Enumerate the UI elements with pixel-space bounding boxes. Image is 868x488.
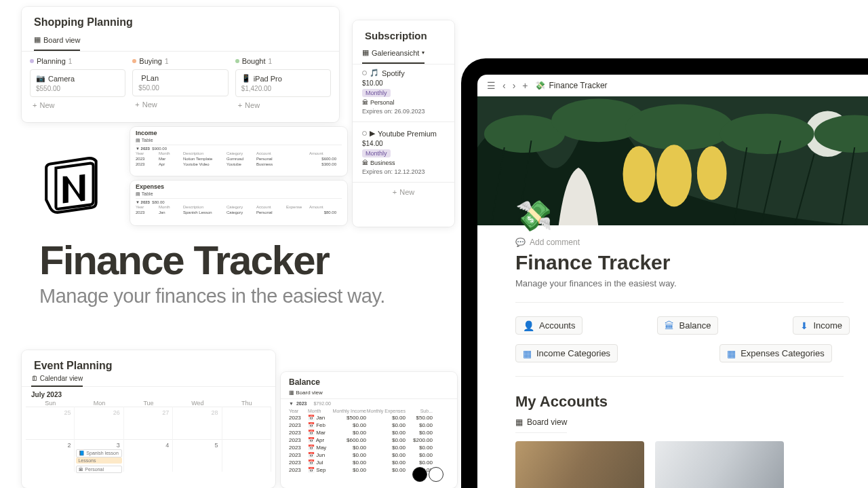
table-tab[interactable]: ▤	[136, 191, 142, 196]
tab-board-view[interactable]: ▦ Board view	[34, 33, 80, 51]
table-row[interactable]: 2023📅 Jul$0.00$0.00$0.00	[289, 459, 449, 466]
breadcrumb-text: Finance Tracker	[549, 81, 608, 90]
back-icon[interactable]: ‹	[502, 80, 506, 91]
card-icon: 📱	[241, 74, 251, 83]
table-tab[interactable]: ▤	[136, 138, 142, 143]
column-header[interactable]: Buying 1	[132, 57, 228, 65]
table-row[interactable]: 2023📅 Jan$500.00$0.00$50.00	[289, 414, 449, 421]
plus-icon: +	[33, 101, 37, 109]
tab-board-view[interactable]: ▦Board view	[515, 417, 567, 433]
page-subtitle: Manage your finances in the easiest way.	[515, 278, 844, 288]
calendar-cell[interactable]: 26	[75, 407, 123, 439]
table-row[interactable]: 2023📅 Feb$0.00$0.00$0.00	[289, 421, 449, 429]
status-dot	[235, 59, 239, 63]
forward-icon[interactable]: ›	[513, 80, 516, 91]
table-row[interactable]: 2023📅 May$0.00$0.00$0.00	[289, 444, 449, 451]
calendar-cell[interactable]: 4	[124, 439, 173, 472]
table-row[interactable]: 2023📅 Apr$600.00$0.00$200.00	[289, 436, 449, 444]
status-dot	[132, 59, 136, 63]
events-title: Event Planning	[22, 350, 275, 375]
column-count: 1	[269, 58, 273, 65]
subscription-item[interactable]: ▶Youtube Premium $14.00 Monthly 🏛Busines…	[353, 125, 454, 179]
expires-text: Expires on: 12.12.2023	[362, 168, 445, 175]
hero-title: Finance Tracker	[39, 240, 385, 281]
new-subscription-button[interactable]: +New	[353, 185, 454, 199]
bank-icon: 🏛	[362, 159, 368, 166]
income-button[interactable]: ⬇Income	[793, 316, 850, 335]
swatch-white[interactable]	[429, 467, 443, 482]
swatch-black[interactable]	[412, 467, 427, 482]
new-card-button[interactable]: +New	[235, 100, 331, 111]
income-categories-button[interactable]: ▦Income Categories	[515, 344, 618, 362]
grid-icon: ▦	[523, 349, 532, 358]
subscription-card: Subscription ▦ Galerieansicht ▾ 🎵Spotify…	[353, 20, 454, 227]
subscription-item[interactable]: 🎵Spotify $10.00 Monthly 🏛Personal Expire…	[353, 64, 454, 119]
shopping-title: Shopping Planning	[22, 7, 339, 33]
plus-icon[interactable]: +	[522, 80, 528, 91]
tablet-screen: ☰ ‹ › + 💸 Finance Tracker	[477, 75, 868, 488]
expenses-categories-button[interactable]: ▦Expenses Categories	[719, 344, 832, 362]
menu-icon[interactable]: ☰	[487, 80, 496, 91]
balance-button[interactable]: 🏛Balance	[657, 316, 718, 335]
hero-subtitle: Manage your finances in the easiest way.	[39, 285, 385, 307]
calendar-cell[interactable]: 3📘 Spanish lesson Lessons 🏛 Personal	[75, 439, 123, 472]
expenses-title: Expenses	[136, 183, 342, 190]
column-header[interactable]: Planning 1	[30, 57, 125, 65]
column-name: Planning	[37, 57, 66, 65]
card-title: PLan	[141, 74, 159, 82]
board-card[interactable]: 📷Camera $550.00	[30, 69, 125, 97]
tab-board-view[interactable]: ▦ Board view	[289, 390, 323, 396]
download-icon: ⬇	[800, 321, 808, 331]
plus-icon: +	[135, 100, 139, 109]
page-emoji-icon: 💸	[535, 81, 545, 90]
column-name: Bought	[242, 57, 266, 65]
notion-logo	[39, 147, 108, 220]
board-card[interactable]: PLan $50.00	[132, 69, 228, 96]
table-row[interactable]: 2023📅 Mar$0.00$0.00$0.00	[289, 429, 449, 436]
add-comment-button[interactable]: 💬 Add comment	[515, 238, 844, 247]
board-icon: ▦	[34, 35, 41, 44]
accounts-button[interactable]: 👤Accounts	[515, 316, 583, 335]
svg-point-5	[720, 113, 814, 154]
period-chip: Monthly	[362, 89, 391, 97]
calendar-cell[interactable]: 5	[173, 439, 222, 472]
event-planning-card: Event Planning 🗓 Calendar view July 2023…	[22, 350, 275, 488]
breadcrumb[interactable]: 💸 Finance Tracker	[535, 81, 608, 90]
calendar-cell[interactable]: 27	[124, 407, 173, 439]
event-pill[interactable]: Lessons	[76, 457, 121, 464]
new-card-button[interactable]: +New	[132, 99, 228, 110]
sub-price: $14.00	[362, 140, 445, 147]
column-header[interactable]: Bought 1	[235, 57, 331, 65]
table-row[interactable]: 2023📅 Jun$0.00$0.00$0.00	[289, 451, 449, 459]
svg-point-4	[626, 105, 734, 151]
board-card[interactable]: 📱iPad Pro $1,420.00	[235, 69, 331, 97]
income-title: Income	[136, 130, 342, 136]
event-pill[interactable]: 🏛 Personal	[76, 466, 121, 473]
calendar-cell[interactable]: 28	[173, 407, 222, 439]
calendar-cell[interactable]: 25	[26, 407, 75, 439]
period-chip: Monthly	[362, 149, 391, 157]
tab-calendar-view[interactable]: 🗓 Calendar view	[31, 375, 83, 387]
radio-icon	[362, 71, 367, 75]
calendar-cell[interactable]	[222, 407, 271, 439]
event-pill[interactable]: 📘 Spanish lesson	[76, 449, 121, 457]
new-card-button[interactable]: +New	[30, 100, 125, 111]
account-name: Business	[370, 159, 395, 166]
svg-point-9	[697, 146, 727, 200]
radio-icon	[362, 131, 367, 136]
calendar-cell[interactable]: 2	[26, 439, 75, 472]
card-price: $550.00	[36, 85, 119, 92]
my-accounts-heading: My Accounts	[515, 393, 844, 411]
tab-gallery-view[interactable]: ▦ Galerieansicht ▾	[362, 45, 425, 64]
color-swatches[interactable]	[412, 467, 443, 482]
status-dot	[30, 59, 34, 63]
tablet-frame: ☰ ‹ › + 💸 Finance Tracker	[461, 58, 868, 488]
card-title: Camera	[48, 75, 75, 83]
calendar-cell[interactable]	[222, 439, 271, 472]
account-card[interactable]	[655, 441, 784, 488]
page-icon[interactable]: 💸	[515, 201, 844, 231]
account-card[interactable]	[515, 441, 644, 488]
day-header: Wed	[173, 400, 222, 407]
page-title[interactable]: Finance Tracker	[515, 251, 844, 274]
grid-icon: ▦	[727, 349, 736, 358]
